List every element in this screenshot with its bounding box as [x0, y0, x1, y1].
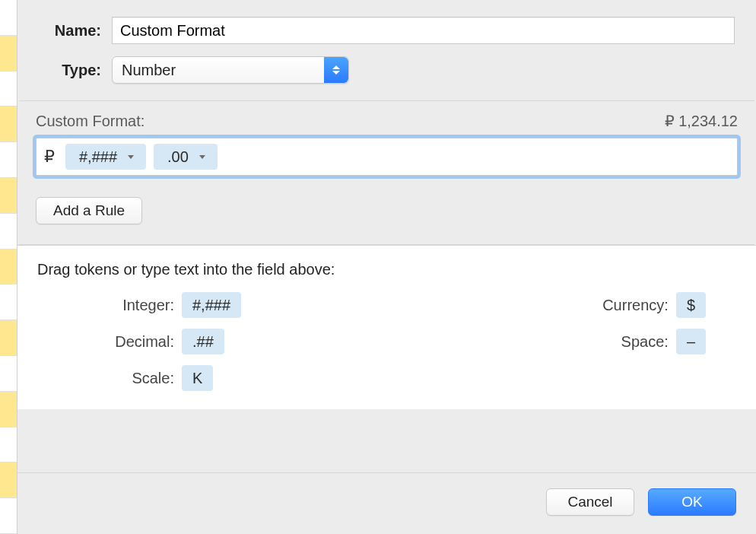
token-palette-left: Integer:#,###Decimal:.##Scale:K: [98, 292, 241, 391]
updown-stepper-icon: [324, 57, 348, 83]
token-palette-label: Scale:: [98, 370, 174, 387]
token-palette-right: Currency:$Space:–: [592, 292, 706, 391]
type-label: Type:: [39, 62, 112, 79]
token-palette-row: Integer:#,###: [98, 292, 241, 318]
chevron-down-icon: [199, 155, 205, 159]
type-select[interactable]: Number: [112, 56, 349, 84]
token-palette-label: Currency:: [592, 297, 669, 314]
token-palette-row: Decimal:.##: [98, 329, 241, 354]
palette-token-right-0[interactable]: $: [676, 292, 706, 318]
palette-token-right-1[interactable]: –: [676, 329, 706, 354]
add-rule-button[interactable]: Add a Rule: [36, 197, 142, 224]
custom-format-sheet: Name: Type: Number Custom Format: ₽ 1,23…: [17, 0, 756, 534]
format-prefix-text: ₽: [44, 147, 58, 167]
token-palette-row: Space:–: [592, 329, 706, 354]
format-token-field[interactable]: ₽ #,###.00: [36, 138, 738, 176]
chevron-down-icon: [128, 155, 134, 159]
token-palette-instruction: Drag tokens or type text into the field …: [37, 261, 736, 278]
palette-token-left-0[interactable]: #,###: [182, 292, 241, 318]
ok-button[interactable]: OK: [648, 488, 736, 516]
format-token-1[interactable]: .00: [154, 144, 218, 170]
palette-token-left-2[interactable]: K: [182, 365, 213, 391]
format-preview: ₽ 1,234.12: [665, 112, 738, 130]
custom-format-heading: Custom Format:: [36, 113, 145, 130]
token-palette-row: Currency:$: [592, 292, 706, 318]
type-select-value: Number: [122, 62, 176, 79]
token-palette-label: Integer:: [98, 297, 174, 314]
palette-token-left-1[interactable]: .##: [182, 329, 224, 354]
name-input[interactable]: [112, 17, 735, 44]
token-palette-label: Space:: [592, 333, 669, 351]
name-label: Name:: [39, 22, 112, 40]
token-palette-row: Scale:K: [98, 365, 241, 391]
format-token-0[interactable]: #,###: [65, 144, 146, 170]
token-palette-label: Decimal:: [98, 333, 174, 351]
cancel-button[interactable]: Cancel: [546, 488, 634, 516]
